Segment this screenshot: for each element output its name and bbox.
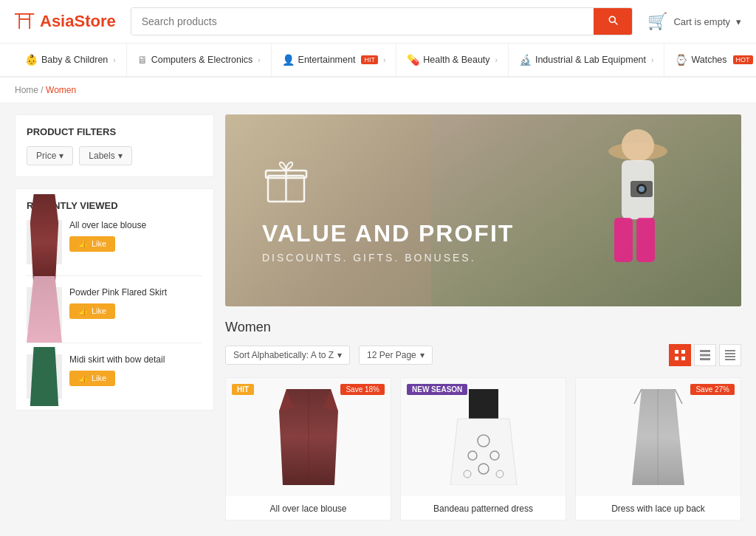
view-grid-button[interactable]	[669, 344, 691, 366]
nav-label-entertainment: Entertainment	[298, 55, 356, 65]
product-card-2[interactable]: Save 27% Dress	[575, 377, 741, 520]
sort-select[interactable]: Sort Alphabetically: A to Z ▾	[225, 346, 350, 365]
nav-arrow-computers: ›	[258, 56, 260, 64]
banner-subtitle: DISCOUNTS. GIFTS. BONUSES.	[262, 252, 514, 264]
like-button-2[interactable]: 👍 Like	[69, 371, 115, 386]
skirt-image	[27, 276, 62, 343]
product-name-0: All over lace blouse	[226, 496, 391, 520]
sidebar: PRODUCT FILTERS Price ▾ Labels ▾ RECENTL…	[15, 114, 214, 520]
logo-text: AsiaStore	[40, 12, 116, 31]
nav-label-computers: Computers & Electronics	[151, 55, 253, 65]
product-img-dress	[447, 389, 520, 485]
product-filters-section: PRODUCT FILTERS Price ▾ Labels ▾	[15, 114, 214, 177]
svg-rect-20	[725, 353, 735, 354]
breadcrumb-home[interactable]: Home	[15, 85, 38, 95]
search-input[interactable]	[131, 8, 594, 35]
recently-img-skirt	[27, 287, 62, 331]
svg-rect-12	[675, 350, 678, 354]
nav-label-baby: Baby & Children	[41, 55, 108, 65]
logo-icon: ⛩	[15, 10, 35, 34]
product-img-gray-dress	[627, 389, 690, 485]
product-name-2: Dress with lace up back	[576, 496, 740, 520]
nav-item-baby[interactable]: 👶 Baby & Children ›	[15, 44, 127, 76]
product-card-0[interactable]: HIT Save 18%	[225, 377, 391, 520]
recently-item-0: All over lace blouse 👍 Like	[27, 220, 202, 276]
recently-info-2: Midi skirt with bow detail 👍 Like	[69, 354, 202, 386]
entertainment-icon: 👤	[282, 54, 295, 66]
cart-dropdown-icon: ▾	[736, 16, 741, 27]
labels-filter-chevron: ▾	[118, 151, 123, 161]
view-buttons	[669, 344, 741, 366]
recently-item-1: Powder Pink Flared Skirt 👍 Like	[27, 287, 202, 343]
nav-arrow-industrial: ›	[651, 56, 653, 64]
svg-rect-15	[681, 357, 685, 360]
banner: VALUE AND PROFIT DISCOUNTS. GIFTS. BONUS…	[225, 114, 741, 306]
banner-text: VALUE AND PROFIT DISCOUNTS. GIFTS. BONUS…	[225, 128, 551, 293]
product-img-blouse	[275, 389, 342, 485]
list-icon	[700, 350, 710, 360]
main-layout: PRODUCT FILTERS Price ▾ Labels ▾ RECENTL…	[0, 103, 756, 532]
recently-item-2: Midi skirt with bow detail 👍 Like	[27, 354, 202, 399]
like-label-1: Like	[92, 306, 106, 315]
view-list-button[interactable]	[694, 344, 716, 366]
svg-marker-28	[450, 419, 517, 485]
svg-rect-17	[700, 354, 710, 357]
logo[interactable]: ⛩ AsiaStore	[15, 10, 116, 34]
product-badge-new-1: NEW SEASON	[407, 384, 467, 395]
section-title: Women	[225, 320, 741, 335]
midi-image	[27, 347, 62, 406]
product-card-1[interactable]: NEW SEASON Bandeau patterned dr	[400, 377, 566, 520]
price-filter-label: Price	[36, 151, 56, 161]
search-button[interactable]	[594, 8, 632, 35]
product-img-area-2: Save 27%	[576, 378, 740, 496]
labels-filter-button[interactable]: Labels ▾	[79, 146, 131, 165]
compact-icon	[725, 350, 735, 360]
product-grid: HIT Save 18%	[225, 377, 741, 520]
nav-item-industrial[interactable]: 🔬 Industrial & Lab Equipment ›	[509, 44, 664, 76]
search-bar	[131, 7, 633, 35]
sort-chevron: ▾	[337, 350, 342, 360]
price-filter-chevron: ▾	[59, 151, 63, 161]
main-nav: 👶 Baby & Children › 🖥 Computers & Electr…	[0, 44, 756, 78]
like-icon-1: 👍	[78, 306, 89, 316]
like-icon-2: 👍	[78, 374, 89, 383]
cart-area[interactable]: 🛒 Cart is empty ▾	[647, 12, 741, 31]
product-img-area-0: HIT Save 18%	[226, 378, 391, 496]
watches-badge: HOT	[733, 55, 753, 64]
cart-icon: 🛒	[647, 12, 667, 31]
per-page-select[interactable]: 12 Per Page ▾	[359, 346, 433, 365]
price-filter-button[interactable]: Price ▾	[27, 146, 73, 165]
sort-left: Sort Alphabetically: A to Z ▾ 12 Per Pag…	[225, 346, 433, 365]
header: ⛩ AsiaStore 🛒 Cart is empty ▾	[0, 0, 756, 44]
product-badge-save-2: Save 27%	[690, 384, 735, 395]
svg-rect-13	[681, 350, 685, 354]
product-name-1: Bandeau patterned dress	[401, 496, 566, 520]
recently-img-midi	[27, 354, 62, 399]
per-page-label: 12 Per Page	[367, 350, 416, 360]
svg-rect-27	[469, 389, 498, 419]
nav-item-watches[interactable]: ⌚ Watches HOT ›	[664, 44, 756, 76]
svg-point-5	[622, 129, 654, 162]
nav-item-health[interactable]: 💊 Health & Beauty ›	[396, 44, 509, 76]
health-icon: 💊	[407, 54, 419, 66]
recently-viewed-section: RECENTLY VIEWED All over lace blouse 👍 L…	[15, 188, 214, 410]
svg-rect-16	[700, 350, 710, 352]
svg-rect-21	[725, 356, 735, 357]
labels-filter-label: Labels	[89, 151, 114, 161]
grid-icon	[675, 350, 685, 360]
like-button-1[interactable]: 👍 Like	[69, 303, 115, 319]
like-button-0[interactable]: 👍 Like	[69, 236, 115, 252]
recently-info-0: All over lace blouse 👍 Like	[69, 220, 202, 252]
product-badge-save-0: Save 18%	[340, 384, 385, 395]
nav-label-industrial: Industrial & Lab Equipment	[535, 55, 646, 65]
nav-item-entertainment[interactable]: 👤 Entertainment HIT ›	[272, 44, 397, 76]
nav-item-computers[interactable]: 🖥 Computers & Electronics ›	[127, 44, 272, 76]
recently-img-blouse	[27, 220, 62, 264]
sort-bar: Sort Alphabetically: A to Z ▾ 12 Per Pag…	[225, 344, 741, 366]
recently-name-0: All over lace blouse	[69, 220, 202, 232]
svg-rect-14	[675, 357, 678, 360]
cart-label: Cart is empty	[673, 16, 730, 27]
breadcrumb-current: Women	[46, 85, 76, 95]
view-compact-button[interactable]	[719, 344, 741, 366]
filter-buttons: Price ▾ Labels ▾	[27, 146, 202, 165]
